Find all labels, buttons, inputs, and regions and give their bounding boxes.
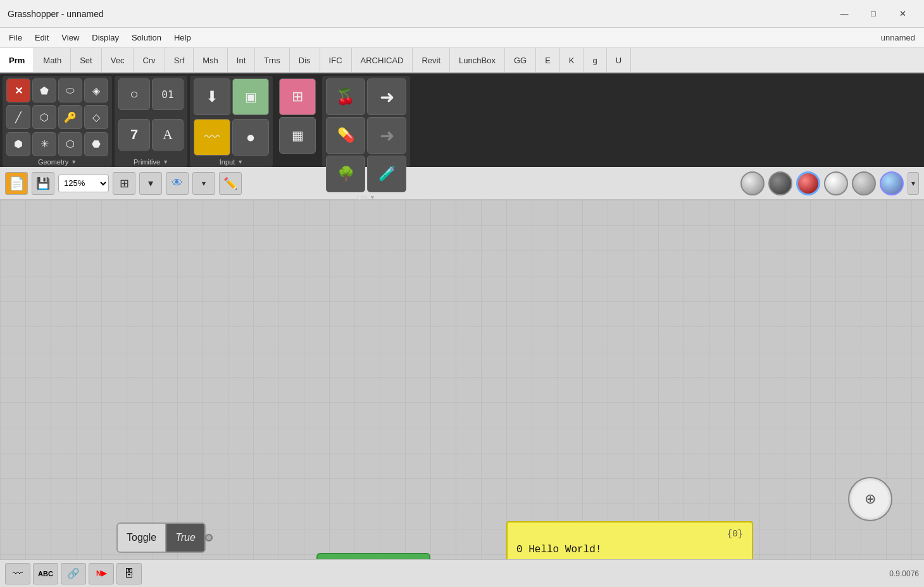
prim-btn-circle[interactable]: ○	[118, 78, 150, 110]
tab-set[interactable]: Set	[71, 48, 102, 72]
wire-connections	[0, 200, 924, 453]
geometry-arrow-icon: ▼	[71, 159, 77, 165]
sphere-red-button[interactable]	[796, 171, 820, 195]
tab-srf[interactable]: Srf	[165, 48, 194, 72]
geo-btn-diamond2[interactable]: ◇	[84, 105, 108, 129]
menu-solution[interactable]: Solution	[125, 30, 168, 45]
input-btn-download[interactable]: ⬇	[194, 78, 230, 115]
view-toggle[interactable]: ▾	[139, 172, 162, 195]
util-btn-cherry[interactable]: 🍒	[326, 78, 365, 115]
input-label[interactable]: Input ▼	[220, 158, 243, 166]
tab-u[interactable]: U	[607, 48, 631, 72]
minimize-button[interactable]: —	[830, 4, 858, 23]
ribbon-group-geometry: ✕ ⬟ ⬭ ◈ ╱ ⬡ 🔑 ◇ ⬢ ✳ ⬡ ⬣ Geometry ▼	[3, 76, 112, 167]
toggle-output-port[interactable]	[205, 534, 213, 541]
tab-crv[interactable]: Crv	[134, 48, 165, 72]
toggle-value: True	[166, 522, 206, 553]
sphere-white-button[interactable]	[824, 171, 848, 195]
input-btn-wave[interactable]: 〰	[194, 119, 230, 156]
tab-math[interactable]: Math	[34, 48, 71, 72]
geo-btn-diamond[interactable]: ◈	[84, 78, 108, 102]
sphere-dark-button[interactable]	[768, 171, 792, 195]
version-label: 0.9.0076	[889, 569, 919, 578]
menu-file[interactable]: File	[3, 30, 28, 45]
fit-view-button[interactable]: ⊞	[113, 172, 135, 195]
status-link-btn[interactable]: 🔗	[61, 563, 86, 584]
status-wave-btn[interactable]: 〰	[5, 563, 30, 584]
util-btn-tree[interactable]: 🌳	[326, 156, 365, 192]
menu-display[interactable]: Display	[85, 30, 125, 45]
tab-ifc[interactable]: IFC	[320, 48, 352, 72]
geo-btn-x[interactable]: ✕	[6, 78, 30, 102]
zoom-dropdown[interactable]: 125% 50% 75% 100% 150% 200%	[58, 175, 109, 192]
tab-k[interactable]: K	[560, 48, 584, 72]
geo-btn-star[interactable]: ✳	[32, 132, 56, 156]
menu-edit[interactable]: Edit	[28, 30, 55, 45]
new-button[interactable]: 📄	[5, 172, 28, 195]
canvas[interactable]: Toggle True x y out a 🐍 {0} 0 He	[0, 200, 924, 559]
tab-dis[interactable]: Dis	[290, 48, 320, 72]
geo-btn-hex3[interactable]: ⬣	[84, 132, 108, 156]
geo-btn-key[interactable]: 🔑	[58, 105, 82, 129]
tab-revit[interactable]: Revit	[413, 48, 450, 72]
geo-btn-slash[interactable]: ╱	[6, 105, 30, 129]
util-icons: 🍒 ➜ 💊 ➜ 🌳 🧪	[326, 78, 406, 192]
status-n-btn[interactable]: N▶	[89, 563, 114, 584]
close-button[interactable]: ✕	[889, 4, 916, 23]
tab-lunchbox[interactable]: LunchBox	[450, 48, 505, 72]
file-name: unnamed	[875, 30, 921, 45]
prim-btn-01[interactable]: 01	[152, 78, 184, 110]
tab-g[interactable]: g	[584, 48, 606, 72]
geo-btn-hex2[interactable]: ⬡	[58, 132, 82, 156]
save-button[interactable]: 💾	[32, 172, 54, 195]
menu-help[interactable]: Help	[168, 30, 197, 45]
status-abc-btn[interactable]: ABC	[33, 563, 58, 584]
primitive-label[interactable]: Primitive ▼	[134, 158, 168, 166]
pen-button[interactable]: ✏️	[219, 172, 242, 195]
status-db-btn[interactable]: 🗄	[116, 563, 142, 584]
window-title: Grasshopper - unnamed	[8, 9, 830, 19]
util-btn-arrow-right[interactable]: ➜	[367, 78, 406, 115]
geo-btn-hex1[interactable]: ⬢	[6, 132, 30, 156]
geo-btn-circle[interactable]: ⬟	[32, 78, 56, 102]
geo-btn-oval[interactable]: ⬭	[58, 78, 82, 102]
toggle-node[interactable]: Toggle True	[116, 522, 213, 553]
prim-btn-A[interactable]: A	[152, 119, 184, 151]
tab-int[interactable]: Int	[228, 48, 255, 72]
sphere-blue-button[interactable]	[880, 171, 904, 195]
output-header: {0}	[516, 529, 743, 539]
tab-gg[interactable]: GG	[505, 48, 536, 72]
input-btn-pink[interactable]: ⊞	[279, 78, 316, 115]
util-btn-arrow-right2[interactable]: ➜	[367, 117, 406, 154]
sphere-dropdown[interactable]: ▾	[908, 172, 919, 195]
python-left-ports	[309, 554, 318, 559]
tab-msh[interactable]: Msh	[194, 48, 228, 72]
toolbar2: 📄 💾 125% 50% 75% 100% 150% 200% ⊞ ▾ 👁 ▾ …	[0, 167, 924, 200]
input-icons: ⬇ ▣ 〰 ●	[194, 78, 269, 157]
tab-e[interactable]: E	[536, 48, 560, 72]
tab-prm[interactable]: Prm	[0, 48, 34, 73]
tab-vec[interactable]: Vec	[102, 48, 134, 72]
restore-button[interactable]: □	[859, 4, 887, 23]
python-node[interactable]: x y out a 🐍	[316, 553, 430, 559]
eye-dropdown[interactable]: ▾	[192, 172, 215, 195]
input-btn-grid[interactable]: ▦	[279, 117, 316, 154]
tab-archicad[interactable]: ARCHICAD	[352, 48, 413, 72]
input-btn-panel[interactable]: ▣	[232, 78, 269, 115]
util-btn-pill[interactable]: 💊	[326, 117, 365, 154]
prim-btn-7[interactable]: 7	[118, 119, 150, 151]
geometry-label[interactable]: Geometry ▼	[38, 158, 77, 166]
sphere-gray-button[interactable]	[740, 171, 765, 195]
geo-btn-arrow[interactable]: ⬡	[32, 105, 56, 129]
menu-view[interactable]: View	[55, 30, 85, 45]
output-node[interactable]: {0} 0 Hello World!	[506, 521, 753, 559]
util-btn-flask[interactable]: 🧪	[367, 156, 406, 192]
menubar: File Edit View Display Solution Help unn…	[0, 28, 924, 48]
ribbon-group-primitive: ○ 01 7 A Primitive ▼	[115, 76, 187, 167]
toolbar2-right: ▾	[740, 171, 919, 195]
ribbon-group-input: ⬇ ▣ 〰 ● Input ▼	[190, 76, 273, 167]
input-btn-circle2[interactable]: ●	[232, 119, 269, 156]
eye-button[interactable]: 👁	[166, 172, 189, 195]
tab-trns[interactable]: Trns	[255, 48, 290, 72]
sphere-half-button[interactable]	[852, 171, 876, 195]
